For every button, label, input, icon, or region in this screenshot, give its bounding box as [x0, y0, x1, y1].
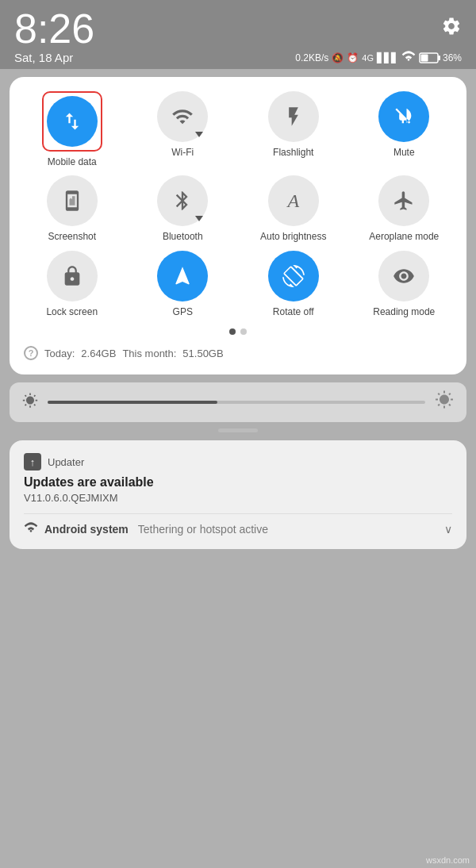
scroll-handle	[218, 428, 258, 432]
tile-mute[interactable]: Mute	[351, 91, 458, 167]
clock: 8:26	[14, 8, 94, 49]
screenshot-label: Screenshot	[48, 231, 96, 242]
notification-card: ↑ Updater Updates are available V11.0.6.…	[10, 440, 466, 549]
pagination-dots	[19, 328, 457, 335]
notif-android-text: Android system	[44, 523, 129, 536]
tile-reading-mode[interactable]: Reading mode	[351, 251, 458, 317]
brightness-bar[interactable]	[10, 382, 466, 422]
mute-label: Mute	[393, 147, 415, 158]
date: Sat, 18 Apr	[14, 51, 73, 64]
data-speed: 0.2KB/s	[295, 52, 328, 63]
battery-icon: 36%	[419, 52, 462, 63]
tile-auto-brightness[interactable]: A Auto brightness	[240, 175, 347, 242]
tile-aeroplane[interactable]: Aeroplane mode	[351, 175, 458, 242]
lock-screen-label: Lock screen	[46, 306, 98, 317]
today-label: Today:	[44, 348, 75, 359]
data-usage: ? Today: 2.64GB This month: 51.50GB	[19, 343, 457, 363]
notif-android-row[interactable]: Android system Tethering or hotspot acti…	[24, 522, 452, 536]
settings-icon[interactable]	[441, 16, 462, 41]
mobile-data-label: Mobile data	[48, 156, 97, 167]
bluetooth-circle	[157, 175, 208, 226]
tile-flashlight[interactable]: Flashlight	[240, 91, 347, 167]
watermark: wsxdn.com	[426, 855, 470, 865]
aeroplane-circle	[378, 175, 429, 226]
bluetooth-label: Bluetooth	[163, 231, 203, 242]
tile-grid: Mobile data Wi-Fi Flashlight	[19, 91, 457, 317]
aeroplane-label: Aeroplane mode	[369, 231, 439, 242]
updater-icon: ↑	[24, 453, 41, 470]
rotate-off-circle	[268, 251, 319, 301]
wifi-label: Wi-Fi	[171, 147, 194, 158]
svg-rect-1	[420, 54, 428, 61]
tile-rotate-off[interactable]: Rotate off	[240, 251, 347, 317]
rotate-off-label: Rotate off	[273, 306, 314, 317]
month-value: 51.50GB	[182, 348, 223, 359]
tile-wifi[interactable]: Wi-Fi	[130, 91, 236, 167]
status-bar: 8:26 Sat, 18 Apr 0.2KB/s 🔕 ⏰ 4G ▋▋▋	[0, 0, 476, 69]
svg-rect-2	[438, 56, 440, 60]
notif-divider	[24, 513, 452, 514]
brightness-fill	[48, 401, 217, 404]
reading-mode-circle	[378, 251, 429, 301]
signal-icon: ▋▋▋	[377, 52, 398, 63]
gps-circle	[157, 251, 208, 301]
brightness-track[interactable]	[48, 401, 425, 404]
wifi-notif-icon	[24, 522, 38, 536]
mute-circle	[378, 91, 429, 142]
gps-label: GPS	[173, 306, 193, 317]
dot-1[interactable]	[229, 328, 236, 335]
screenshot-circle	[47, 175, 98, 226]
tile-screenshot[interactable]: Screenshot	[19, 175, 125, 242]
tile-bluetooth[interactable]: Bluetooth	[130, 175, 236, 242]
alarm-icon: ⏰	[347, 52, 359, 63]
auto-brightness-circle: A	[268, 175, 319, 226]
mobile-data-circle	[47, 96, 98, 147]
brightness-high-icon	[435, 390, 454, 414]
flashlight-circle	[268, 91, 319, 142]
dot-2[interactable]	[240, 328, 247, 335]
quick-settings-panel: Mobile data Wi-Fi Flashlight	[10, 77, 466, 374]
flashlight-label: Flashlight	[273, 147, 313, 158]
tile-mobile-data[interactable]: Mobile data	[19, 91, 125, 167]
notif-android-sub: Tethering or hotspot active	[138, 523, 268, 536]
notif-title: Updates are available	[24, 475, 452, 490]
notif-body: V11.0.6.0.QEJMIXM	[24, 492, 452, 504]
tile-gps[interactable]: GPS	[130, 251, 236, 317]
reading-mode-label: Reading mode	[373, 306, 435, 317]
lock-screen-circle	[47, 251, 98, 301]
status-icons: 0.2KB/s 🔕 ⏰ 4G ▋▋▋ 36%	[295, 51, 462, 64]
wifi-icon	[401, 51, 416, 64]
notif-app-name: Updater	[48, 456, 84, 468]
wifi-circle	[157, 91, 208, 142]
brightness-low-icon	[22, 393, 38, 413]
auto-brightness-label: Auto brightness	[260, 231, 326, 242]
question-icon: ?	[24, 346, 38, 360]
silent-icon: 🔕	[332, 52, 344, 63]
tile-lock-screen[interactable]: Lock screen	[19, 251, 125, 317]
sim-icon: 4G	[362, 53, 374, 63]
month-label: This month:	[122, 348, 176, 359]
today-value: 2.64GB	[81, 348, 116, 359]
notif-chevron-icon[interactable]: ∨	[444, 523, 452, 536]
